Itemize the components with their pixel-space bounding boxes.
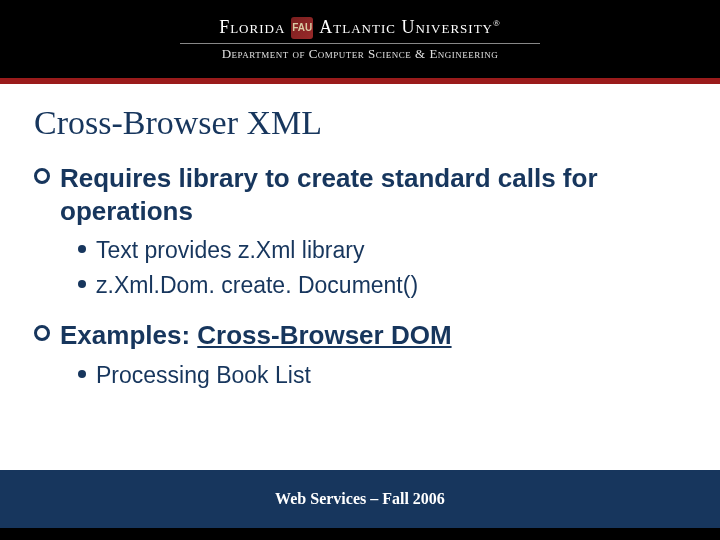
ring-bullet-icon — [34, 168, 50, 227]
header-bar: Florida FAU Atlantic University® Departm… — [0, 0, 720, 78]
dot-bullet-icon — [78, 280, 86, 288]
level1-text: Requires library to create standard call… — [60, 162, 692, 227]
content-area: Cross-Browser XML Requires library to cr… — [0, 84, 720, 470]
list-item: z.Xml.Dom. create. Document() — [78, 270, 692, 301]
level2-text: z.Xml.Dom. create. Document() — [96, 270, 418, 301]
ring-bullet-icon — [34, 325, 50, 352]
level1-prefix: Examples: — [60, 320, 197, 350]
university-name-right-text: Atlantic University — [319, 17, 493, 37]
dot-bullet-icon — [78, 245, 86, 253]
dot-bullet-icon — [78, 370, 86, 378]
logo-top-row: Florida FAU Atlantic University® — [219, 17, 501, 39]
list-item: Processing Book List — [78, 360, 692, 391]
registered-mark: ® — [493, 18, 501, 28]
list-item: Text provides z.Xml library — [78, 235, 692, 266]
footer-band: Web Services – Fall 2006 — [0, 470, 720, 528]
level1-row: Examples: Cross-Browser DOM — [34, 319, 692, 352]
university-logo: Florida FAU Atlantic University® Departm… — [180, 17, 540, 62]
level1-row: Requires library to create standard call… — [34, 162, 692, 227]
level2-text: Text provides z.Xml library — [96, 235, 364, 266]
university-name-right: Atlantic University® — [319, 17, 501, 38]
list-item: Examples: Cross-Browser DOM Processing B… — [34, 319, 692, 391]
bottom-strip — [0, 528, 720, 540]
level1-link[interactable]: Cross-Browser DOM — [197, 320, 451, 350]
slide-title: Cross-Browser XML — [34, 104, 692, 142]
university-name-left: Florida — [219, 17, 285, 38]
logo-divider — [180, 43, 540, 44]
list-item: Requires library to create standard call… — [34, 162, 692, 301]
sub-list: Text provides z.Xml library z.Xml.Dom. c… — [78, 235, 692, 301]
fau-crest-icon: FAU — [291, 17, 313, 39]
level1-text: Examples: Cross-Browser DOM — [60, 319, 452, 352]
sub-list: Processing Book List — [78, 360, 692, 391]
bullet-list: Requires library to create standard call… — [34, 162, 692, 391]
department-name: Department of Computer Science & Enginee… — [222, 46, 499, 62]
level2-text: Processing Book List — [96, 360, 311, 391]
footer-text: Web Services – Fall 2006 — [275, 490, 445, 508]
slide: Florida FAU Atlantic University® Departm… — [0, 0, 720, 540]
